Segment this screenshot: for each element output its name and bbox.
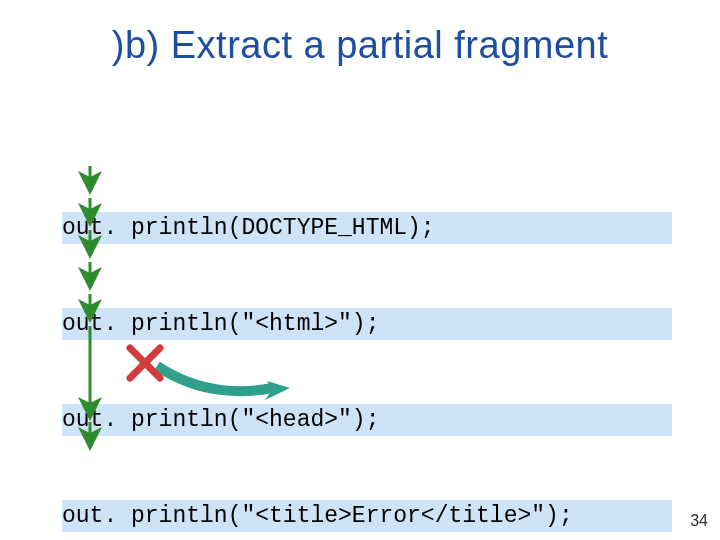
code-block: out. println(DOCTYPE_HTML); out. println… [62, 148, 672, 540]
code-line: out. println("<html>"); [62, 308, 672, 340]
code-line: out. println("<title>Error</title>"); [62, 500, 672, 532]
code-line: out. println(DOCTYPE_HTML); [62, 212, 672, 244]
slide: )b) Extract a partial fragment out. prin… [0, 0, 720, 540]
code-line: out. println("<head>"); [62, 404, 672, 436]
slide-title: )b) Extract a partial fragment [0, 24, 720, 67]
page-number: 34 [690, 512, 708, 530]
